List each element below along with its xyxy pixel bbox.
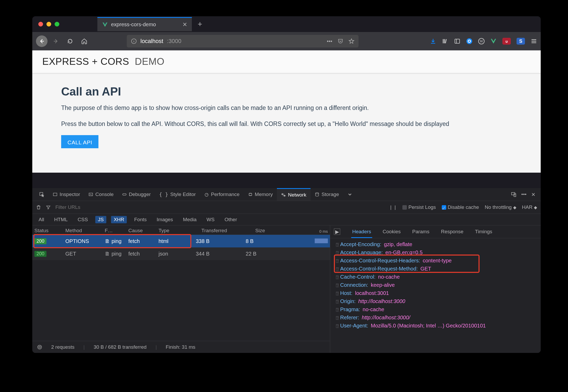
devtools-close-button[interactable]: ✕ (531, 192, 535, 198)
back-button[interactable] (36, 35, 48, 47)
header-row: ⍰User-AgentMozilla/5.0 (Macintosh; Intel… (330, 322, 541, 330)
minimize-window-button[interactable] (46, 22, 51, 27)
devtools-panel: Inspector Console Debugger { }Style Edit… (32, 188, 541, 353)
wikipedia-icon[interactable]: W (478, 38, 485, 44)
tab-console[interactable]: Console (84, 188, 118, 201)
col-type[interactable]: Type (156, 228, 188, 234)
tab-inspector[interactable]: Inspector (49, 188, 84, 201)
pick-element-button[interactable] (35, 188, 49, 201)
disable-cache-toggle[interactable]: ✓Disable cache (442, 204, 479, 210)
file-icon: 🗎 (105, 238, 110, 244)
col-cause[interactable]: Cause (126, 228, 156, 234)
new-tab-button[interactable]: + (198, 20, 202, 29)
extension-s-icon[interactable]: S (517, 38, 525, 45)
svg-point-20 (39, 346, 41, 348)
col-method[interactable]: Method (63, 228, 103, 234)
svg-point-16 (315, 193, 319, 194)
clear-button[interactable] (36, 205, 41, 210)
page-body: Call an API The purpose of this demo app… (32, 73, 541, 160)
tab-performance[interactable]: Performance (200, 188, 244, 201)
chip-xhr[interactable]: XHR (111, 216, 127, 223)
bookmark-star-icon[interactable] (349, 38, 354, 44)
col-size[interactable]: Size (240, 228, 280, 234)
detail-tabs: ▶ Headers Cookies Params Response Timing… (330, 225, 541, 238)
vue-devtools-icon[interactable] (490, 38, 497, 44)
url-port: :3000 (167, 38, 181, 45)
chip-all[interactable]: All (36, 216, 47, 223)
cell-size: 22 B (240, 251, 280, 257)
pocket-icon[interactable] (338, 38, 343, 44)
network-status-bar: 2 requests | 30 B / 682 B transferred | … (32, 341, 330, 353)
pause-button[interactable]: | | (390, 204, 397, 210)
forward-button[interactable] (50, 35, 62, 47)
reload-button[interactable] (64, 35, 76, 47)
onepassword-icon[interactable] (466, 38, 472, 44)
tab-network[interactable]: Network (277, 188, 311, 201)
detail-tab-timings[interactable]: Timings (474, 229, 493, 235)
chip-other[interactable]: Other (222, 216, 240, 223)
header-row: ⍰Connectionkeep-alive (330, 281, 541, 289)
col-status[interactable]: Status (32, 228, 63, 234)
library-icon[interactable] (442, 38, 448, 44)
chip-js[interactable]: JS (95, 216, 106, 223)
tab-storage[interactable]: Storage (311, 188, 343, 201)
svg-rect-13 (123, 194, 126, 195)
detail-tab-response[interactable]: Response (440, 229, 465, 235)
status-requests: 2 requests (51, 344, 75, 350)
request-row-options[interactable]: 200 OPTIONS 🗎ping fetch html 338 B 8 B (32, 235, 330, 247)
svg-rect-12 (89, 193, 93, 196)
har-menu[interactable]: HAR ◆ (522, 204, 537, 210)
filter-input[interactable] (55, 204, 386, 210)
persist-logs-toggle[interactable]: Persist Logs (402, 204, 436, 210)
status-finish: Finish: 31 ms (166, 344, 195, 350)
url-bar[interactable]: localhost:3000 ••• (127, 35, 359, 47)
chip-media[interactable]: Media (180, 216, 199, 223)
downloads-icon[interactable] (430, 38, 436, 44)
tab-memory[interactable]: Memory (244, 188, 277, 201)
tab-debugger[interactable]: Debugger (118, 188, 155, 201)
home-button[interactable] (78, 35, 90, 47)
menu-button[interactable] (531, 38, 537, 44)
status-badge: 200 (34, 251, 46, 257)
header-row: ⍰Accept-Encodinggzip, deflate (330, 240, 541, 248)
cell-type: html (156, 238, 188, 244)
request-row-get[interactable]: 200 GET 🗎ping fetch json 344 B 22 B (32, 247, 330, 260)
call-api-button[interactable]: CALL API (61, 135, 98, 148)
close-window-button[interactable] (38, 22, 43, 27)
devtools-menu-button[interactable]: ••• (521, 192, 527, 197)
header-row: ⍰Access-Control-Request-MethodGET (330, 265, 541, 273)
chip-images[interactable]: Images (154, 216, 176, 223)
chip-css[interactable]: CSS (75, 216, 91, 223)
network-columns: Status Method F… Cause Type Transferred … (32, 225, 330, 235)
ublock-icon[interactable]: υ (502, 38, 511, 45)
sidebar-icon[interactable] (454, 38, 460, 44)
detail-tab-cookies[interactable]: Cookies (382, 229, 402, 235)
tab-overflow[interactable] (343, 188, 357, 201)
cell-type: json (156, 251, 188, 257)
zoom-window-button[interactable] (55, 22, 59, 27)
info-icon[interactable] (131, 38, 137, 44)
col-timeline[interactable]: 0 ms (280, 229, 330, 234)
toolbar-extensions: W υ S (430, 38, 537, 45)
section-paragraph-2: Press the button below to call the API. … (61, 119, 512, 129)
chip-fonts[interactable]: Fonts (132, 216, 149, 223)
detail-tab-headers[interactable]: Headers (351, 229, 372, 238)
target-icon[interactable] (37, 345, 42, 350)
resend-icon[interactable]: ▶ (334, 229, 340, 235)
col-transferred[interactable]: Transferred (188, 228, 240, 234)
browser-tab[interactable]: express-cors-demo ✕ (97, 17, 192, 31)
throttling-select[interactable]: No throttling ◆ (485, 204, 516, 210)
nav-toolbar: localhost:3000 ••• W υ S (32, 32, 541, 50)
col-file[interactable]: F… (103, 228, 126, 234)
headers-list[interactable]: ⍰Accept-Encodinggzip, deflate ⍰Accept-La… (330, 238, 541, 353)
tab-strip: express-cors-demo ✕ + (32, 16, 541, 32)
section-heading: Call an API (61, 85, 512, 98)
page-actions-icon[interactable]: ••• (327, 38, 332, 44)
header-row: ⍰Accept-Languageen-GB,en;q=0.5 (330, 248, 541, 257)
close-tab-button[interactable]: ✕ (182, 21, 187, 28)
tab-style-editor[interactable]: { }Style Editor (155, 188, 200, 201)
chip-ws[interactable]: WS (204, 216, 217, 223)
chip-html[interactable]: HTML (51, 216, 70, 223)
responsive-mode-button[interactable] (511, 192, 517, 197)
detail-tab-params[interactable]: Params (411, 229, 430, 235)
